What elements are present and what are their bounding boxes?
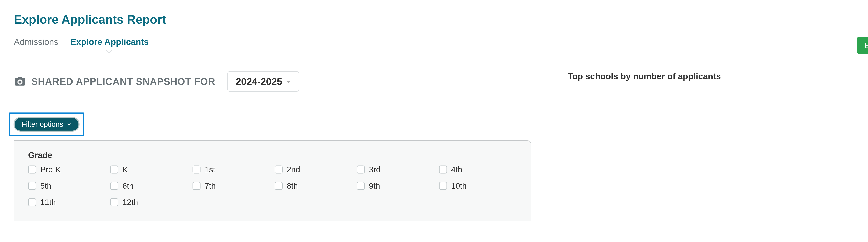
grade-label: 9th: [369, 181, 380, 191]
checkbox-icon: [275, 182, 283, 190]
checkbox-icon: [439, 182, 447, 190]
grade-checkbox-10th[interactable]: 10th: [439, 181, 517, 191]
grade-checkbox-12th[interactable]: 12th: [110, 197, 188, 207]
checkbox-icon: [110, 198, 118, 206]
filter-panel: Grade Pre-KK1st2nd3rd4th5th6th7th8th9th1…: [14, 140, 531, 221]
grade-label: 12th: [122, 197, 138, 207]
panel-divider: [28, 214, 517, 214]
grade-label: K: [122, 165, 128, 174]
camera-icon: [14, 76, 26, 88]
grade-checkbox-1st[interactable]: 1st: [192, 165, 271, 174]
filter-button-highlight: Filter options: [9, 112, 84, 136]
grade-label: Pre-K: [40, 165, 61, 174]
export-label: Export: [864, 41, 868, 50]
checkbox-icon: [28, 182, 36, 190]
grade-label: 5th: [40, 181, 51, 191]
grade-label: 1st: [205, 165, 215, 174]
grade-label: 6th: [122, 181, 133, 191]
grade-label: 11th: [40, 197, 56, 207]
checkbox-icon: [110, 182, 118, 190]
grade-checkbox-9th[interactable]: 9th: [357, 181, 435, 191]
checkbox-icon: [28, 165, 36, 173]
chevron-down-icon: [67, 122, 71, 127]
grade-checkbox-11th[interactable]: 11th: [28, 197, 106, 207]
filter-options-label: Filter options: [22, 120, 63, 129]
grade-label: 8th: [287, 181, 298, 191]
filter-grade-label: Grade: [28, 151, 517, 160]
tab-admissions[interactable]: Admissions: [14, 37, 58, 50]
filter-options-button[interactable]: Filter options: [13, 117, 80, 132]
grade-label: 4th: [451, 165, 462, 174]
checkbox-icon: [275, 165, 283, 173]
checkbox-icon: [357, 165, 365, 173]
year-select-value: 2024-2025: [236, 76, 282, 87]
grade-grid: Pre-KK1st2nd3rd4th5th6th7th8th9th10th11t…: [28, 165, 517, 207]
grade-checkbox-3rd[interactable]: 3rd: [357, 165, 435, 174]
grade-checkbox-4th[interactable]: 4th: [439, 165, 517, 174]
grade-checkbox-6th[interactable]: 6th: [110, 181, 188, 191]
grade-checkbox-pre-k[interactable]: Pre-K: [28, 165, 106, 174]
checkbox-icon: [192, 182, 200, 190]
checkbox-icon: [110, 165, 118, 173]
grade-label: 10th: [451, 181, 467, 191]
page-title: Explore Applicants Report: [14, 12, 868, 26]
grade-checkbox-2nd[interactable]: 2nd: [275, 165, 352, 174]
year-select[interactable]: 2024-2025: [227, 71, 299, 91]
grade-label: 7th: [205, 181, 216, 191]
checkbox-icon: [357, 182, 365, 190]
grade-checkbox-8th[interactable]: 8th: [275, 181, 352, 191]
grade-checkbox-7th[interactable]: 7th: [192, 181, 271, 191]
top-schools-title: Top schools by number of applicants: [568, 71, 721, 81]
grade-checkbox-k[interactable]: K: [110, 165, 188, 174]
tab-explore-label: Explore Applicants: [70, 37, 149, 47]
tabs: Admissions Explore Applicants: [14, 37, 155, 50]
checkbox-icon: [192, 165, 200, 173]
checkbox-icon: [28, 198, 36, 206]
tab-explore-applicants[interactable]: Explore Applicants: [70, 37, 149, 50]
export-button[interactable]: Export: [857, 37, 868, 54]
grade-checkbox-5th[interactable]: 5th: [28, 181, 106, 191]
tab-active-indicator-icon: [106, 50, 112, 53]
grade-label: 3rd: [369, 165, 380, 174]
grade-label: 2nd: [287, 165, 300, 174]
snapshot-title: SHARED APPLICANT SNAPSHOT FOR: [31, 76, 215, 87]
checkbox-icon: [439, 165, 447, 173]
caret-down-icon: [286, 81, 290, 83]
